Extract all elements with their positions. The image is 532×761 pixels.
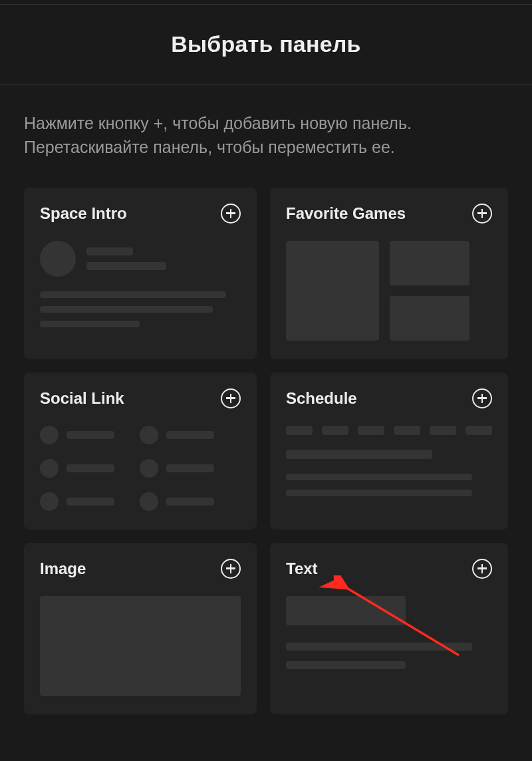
panel-card-space-intro[interactable]: Space Intro	[24, 188, 257, 359]
panel-title-text: Text	[286, 559, 318, 578]
skeleton-line	[40, 306, 213, 313]
panel-preview-favorite-games	[286, 241, 492, 341]
add-panel-button-image[interactable]	[221, 559, 241, 579]
modal-content: Нажмите кнопку +, чтобы добавить новую п…	[0, 84, 532, 714]
panel-card-social-link[interactable]: Social Link	[24, 373, 257, 530]
panel-preview-schedule	[286, 426, 492, 496]
skeleton-line	[286, 450, 432, 459]
skeleton-line	[40, 291, 226, 298]
skeleton-line	[66, 431, 114, 439]
add-panel-button-space-intro[interactable]	[221, 204, 241, 224]
skeleton-block	[40, 596, 241, 696]
skeleton-line	[286, 474, 472, 480]
skeleton-pill	[394, 426, 420, 435]
skeleton-dot	[140, 459, 158, 478]
skeleton-line	[86, 247, 133, 255]
panel-preview-social-link	[40, 426, 241, 511]
skeleton-pill	[322, 426, 348, 435]
skeleton-block	[390, 296, 469, 341]
panel-preview-text	[286, 596, 492, 669]
add-panel-button-text[interactable]	[472, 559, 492, 579]
instructions-text: Нажмите кнопку +, чтобы добавить новую п…	[24, 111, 508, 160]
panel-title-favorite-games: Favorite Games	[286, 204, 406, 223]
skeleton-line	[286, 490, 472, 496]
skeleton-pill	[430, 426, 456, 435]
skeleton-line	[166, 498, 214, 506]
panel-title-schedule: Schedule	[286, 389, 357, 408]
skeleton-block	[286, 596, 406, 625]
panel-card-text[interactable]: Text	[270, 543, 508, 714]
skeleton-dot	[140, 492, 158, 511]
skeleton-line	[166, 431, 214, 439]
panel-grid: Space Intro	[24, 188, 508, 714]
panel-card-favorite-games[interactable]: Favorite Games	[270, 188, 508, 359]
skeleton-line	[40, 321, 140, 327]
skeleton-dot	[40, 492, 59, 511]
panel-title-space-intro: Space Intro	[40, 204, 127, 223]
avatar-placeholder	[40, 241, 76, 277]
skeleton-pill	[286, 426, 313, 435]
panel-preview-space-intro	[40, 241, 241, 327]
skeleton-dot	[40, 426, 59, 444]
panel-preview-image	[40, 596, 241, 696]
panel-card-schedule[interactable]: Schedule	[270, 373, 508, 530]
skeleton-dot	[140, 426, 158, 444]
panel-card-image[interactable]: Image	[24, 543, 257, 714]
skeleton-line	[66, 464, 114, 472]
skeleton-pill	[358, 426, 384, 435]
modal-header: Выбрать панель	[0, 5, 532, 84]
skeleton-line	[166, 464, 214, 472]
skeleton-line	[66, 498, 114, 506]
skeleton-line	[86, 262, 166, 270]
panel-title-social-link: Social Link	[40, 389, 124, 408]
skeleton-pill	[466, 426, 492, 435]
add-panel-button-favorite-games[interactable]	[472, 204, 492, 224]
panel-title-image: Image	[40, 559, 86, 578]
skeleton-line	[286, 643, 472, 651]
modal-title: Выбрать панель	[0, 31, 532, 57]
add-panel-button-social-link[interactable]	[221, 388, 241, 408]
skeleton-block	[390, 241, 469, 285]
skeleton-dot	[40, 459, 59, 478]
skeleton-block	[286, 241, 379, 341]
skeleton-line	[286, 661, 406, 669]
add-panel-button-schedule[interactable]	[472, 388, 492, 408]
